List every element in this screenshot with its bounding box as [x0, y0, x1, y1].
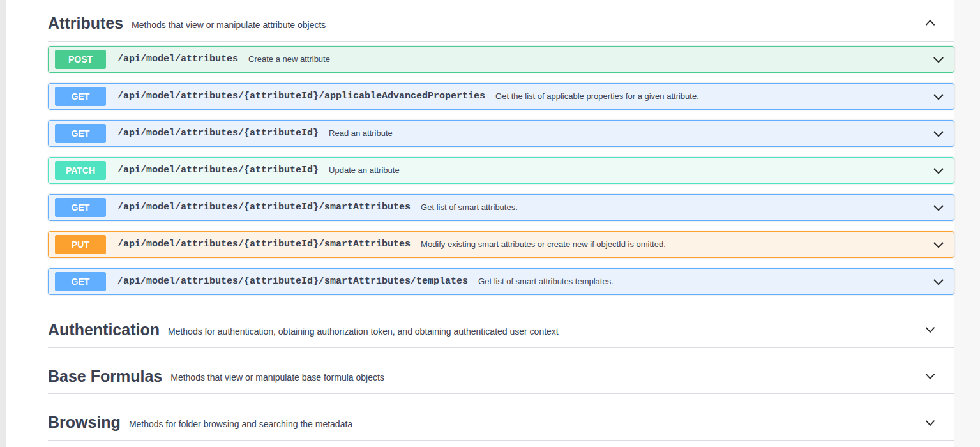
endpoint-summary: Get the list of applicable properties fo…	[495, 91, 699, 101]
chevron-down-icon[interactable]	[931, 89, 946, 104]
section-description: Methods that view or manipulate attribut…	[132, 17, 326, 30]
chevron-up-icon[interactable]	[923, 16, 937, 30]
endpoint-summary: Get list of smart attributes.	[421, 202, 518, 212]
endpoint-path: /api/model/attributes/{attributeId}/smar…	[117, 239, 411, 250]
chevron-down-icon[interactable]	[931, 237, 946, 252]
operation-row[interactable]: GET /api/model/attributes/{attributeId} …	[48, 120, 954, 147]
endpoint-summary: Modify existing smart attributes or crea…	[421, 239, 666, 249]
section-title: Authentication	[48, 321, 160, 339]
operation-row[interactable]: GET /api/model/attributes/{attributeId}/…	[48, 194, 954, 221]
method-badge: GET	[55, 198, 106, 217]
endpoint-summary: Read an attribute	[329, 128, 393, 138]
method-badge: GET	[55, 87, 106, 106]
method-badge: POST	[55, 50, 106, 69]
section-header-authentication[interactable]: Authentication Methods for authenticatio…	[48, 305, 954, 347]
section-description: Methods for authentication, obtaining au…	[168, 323, 559, 337]
operation-row[interactable]: PUT /api/model/attributes/{attributeId}/…	[48, 231, 954, 258]
section-attributes: Attributes Methods that view or manipula…	[48, 0, 954, 295]
chevron-down-icon[interactable]	[931, 126, 946, 141]
endpoint-path: /api/model/attributes/{attributeId}	[117, 128, 319, 139]
section-description: Methods that view or manipulate base for…	[170, 369, 384, 383]
section-title: Attributes	[48, 14, 123, 33]
endpoint-path: /api/model/attributes/{attributeId}/appl…	[117, 91, 485, 102]
operations-list: POST /api/model/attributes Create a new …	[48, 42, 954, 295]
endpoint-path: /api/model/attributes/{attributeId}	[117, 165, 319, 176]
chevron-down-icon[interactable]	[923, 416, 937, 430]
left-gutter	[0, 0, 6, 447]
method-badge: GET	[55, 124, 106, 143]
section-title: Base Formulas	[48, 367, 162, 386]
endpoint-summary: Create a new attribute	[248, 54, 330, 64]
method-badge: GET	[55, 272, 106, 291]
section-description: Methods for folder browsing and searchin…	[129, 416, 352, 429]
section-base-formulas: Base Formulas Methods that view or manip…	[48, 348, 954, 395]
endpoint-path: /api/model/attributes/{attributeId}/smar…	[117, 276, 468, 287]
section-header-browsing[interactable]: Browsing Methods for folder browsing and…	[48, 394, 954, 440]
endpoint-path: /api/model/attributes	[117, 54, 238, 64]
method-badge: PUT	[55, 235, 106, 254]
chevron-down-icon[interactable]	[931, 274, 946, 289]
method-badge: PATCH	[55, 161, 106, 180]
operation-row[interactable]: PATCH /api/model/attributes/{attributeId…	[48, 157, 954, 184]
endpoint-summary: Update an attribute	[329, 165, 400, 175]
section-header-attributes[interactable]: Attributes Methods that view or manipula…	[48, 0, 954, 33]
operation-row[interactable]: POST /api/model/attributes Create a new …	[48, 46, 954, 73]
operation-row[interactable]: GET /api/model/attributes/{attributeId}/…	[48, 268, 954, 295]
endpoint-path: /api/model/attributes/{attributeId}/smar…	[117, 202, 411, 213]
operation-row[interactable]: GET /api/model/attributes/{attributeId}/…	[48, 83, 954, 110]
chevron-down-icon[interactable]	[931, 52, 946, 67]
chevron-down-icon[interactable]	[931, 200, 946, 215]
endpoint-summary: Get list of smart attributes templates.	[478, 277, 614, 286]
chevron-down-icon[interactable]	[931, 163, 946, 178]
section-authentication: Authentication Methods for authenticatio…	[48, 305, 954, 348]
section-header-base-formulas[interactable]: Base Formulas Methods that view or manip…	[48, 348, 954, 394]
api-docs-panel: Attributes Methods that view or manipula…	[6, 0, 954, 447]
chevron-down-icon[interactable]	[923, 369, 937, 383]
chevron-down-icon[interactable]	[923, 322, 937, 337]
section-title: Browsing	[48, 413, 121, 432]
section-browsing: Browsing Methods for folder browsing and…	[48, 394, 954, 441]
